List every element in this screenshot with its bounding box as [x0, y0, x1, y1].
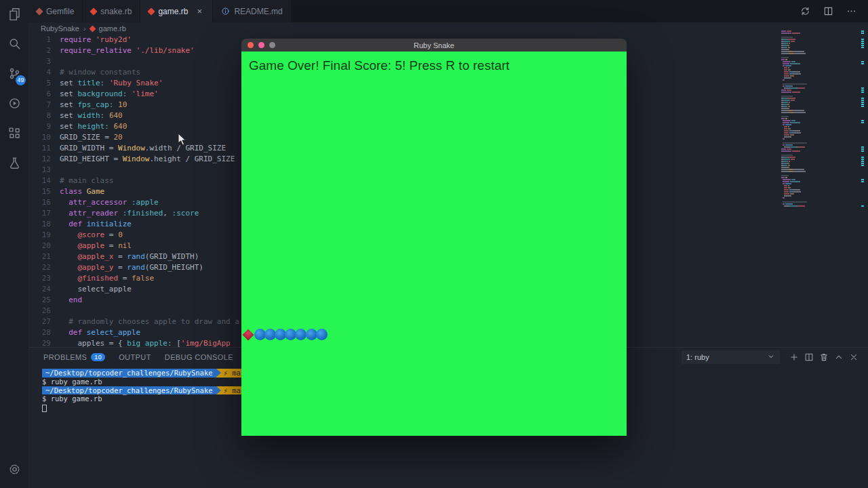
snake-segment	[295, 329, 307, 340]
tab-Gemfile[interactable]: Gemfile	[28, 0, 83, 22]
tab-game.rb[interactable]: game.rb×	[140, 0, 213, 22]
gear-icon	[8, 463, 21, 479]
extensions-icon	[8, 127, 21, 142]
line-number: 15	[28, 186, 60, 197]
ruby-file-icon	[89, 25, 96, 32]
sync-icon[interactable]	[797, 4, 812, 19]
line-number: 24	[28, 284, 60, 295]
minimap[interactable]	[781, 30, 812, 315]
line-number: 12	[28, 154, 60, 165]
line-number: 13	[28, 165, 60, 176]
line-number: 4	[28, 67, 60, 78]
activity-explorer-button[interactable]	[0, 0, 28, 30]
ruby-icon	[90, 7, 98, 15]
line-number: 16	[28, 197, 60, 208]
terminal-prompt-path: ~/Desktop/topcoder_challenges/RubySnake	[42, 369, 216, 378]
activity-bar-bottom	[0, 455, 28, 485]
line-number: 19	[28, 230, 60, 241]
line-number: 11	[28, 143, 60, 154]
tab-label: Gemfile	[46, 7, 74, 16]
snake-segment	[254, 329, 266, 340]
line-number: 1	[28, 35, 60, 45]
game-window-titlebar[interactable]: Ruby Snake	[241, 39, 627, 52]
activity-bar-items: 49	[0, 0, 28, 179]
tab-README.md[interactable]: README.md	[213, 0, 291, 22]
traffic-lights	[248, 42, 275, 48]
tab-bar: Gemfilesnake.rbgame.rb×README.md	[28, 0, 868, 22]
beaker-icon	[8, 157, 21, 172]
line-number: 27	[28, 317, 60, 327]
game-window: Ruby Snake Game Over! Final Score: 5! Pr…	[241, 39, 627, 436]
activity-settings-button[interactable]	[0, 455, 28, 485]
plus-icon[interactable]	[787, 350, 802, 365]
line-number: 2	[28, 45, 60, 56]
line-number: 29	[28, 338, 60, 347]
tab-snake.rb[interactable]: snake.rb	[83, 0, 140, 22]
line-number: 7	[28, 100, 60, 110]
activity-bar: 49	[0, 0, 28, 488]
apple-sprite	[243, 329, 254, 341]
line-number: 28	[28, 327, 60, 338]
vscode-window: 49 Gemfilesnake.rbgame.rb×README.md Ruby…	[0, 0, 868, 488]
window-close-button[interactable]	[248, 42, 254, 48]
debug-icon	[8, 97, 21, 113]
trash-icon[interactable]	[816, 350, 831, 365]
terminal-select[interactable]: 1: ruby	[682, 350, 780, 364]
snake-segment	[306, 329, 317, 340]
line-number: 3	[28, 56, 60, 67]
split-terminal-icon[interactable]	[802, 350, 816, 365]
close-icon[interactable]: ×	[195, 6, 204, 16]
snake-segment	[316, 329, 328, 340]
info-icon	[221, 7, 230, 16]
search-icon	[8, 37, 21, 53]
game-over-message: Game Over! Final Score: 5! Press R to re…	[249, 58, 509, 73]
tab-bar-actions	[797, 0, 868, 22]
line-number: 10	[28, 132, 60, 143]
activity-testing-button[interactable]	[0, 149, 28, 179]
activity-source-control-button[interactable]: 49	[0, 60, 28, 89]
line-number: 5	[28, 78, 60, 89]
line-number: 21	[28, 251, 60, 262]
terminal-command: $ ruby game.rb	[42, 394, 102, 403]
breadcrumb-file[interactable]: game.rb	[99, 24, 126, 33]
panel-actions: 1: ruby	[682, 350, 861, 365]
panel-tab-output[interactable]: OUTPUT	[119, 353, 151, 361]
line-number: 20	[28, 241, 60, 251]
window-minimize-button[interactable]	[258, 42, 264, 48]
mouse-cursor	[178, 133, 187, 146]
gem-icon	[35, 7, 43, 15]
tab-label: snake.rb	[100, 7, 132, 16]
activity-extensions-button[interactable]	[0, 119, 28, 149]
chevron-down-icon	[767, 352, 775, 362]
panel-tab-problems[interactable]: PROBLEMS10	[43, 353, 105, 361]
panel-tab-debug-console[interactable]: DEBUG CONSOLE	[165, 353, 233, 361]
terminal-prompt-path: ~/Desktop/topcoder_challenges/RubySnake	[42, 386, 216, 395]
breadcrumb-separator-icon: ›	[83, 24, 86, 33]
window-zoom-button[interactable]	[269, 42, 275, 48]
overview-ruler	[861, 30, 864, 234]
activity-search-button[interactable]	[0, 30, 28, 60]
terminal-select-value: 1: ruby	[686, 353, 709, 361]
terminal-command: $ ruby game.rb	[42, 378, 102, 386]
line-number: 25	[28, 295, 60, 306]
game-window-title: Ruby Snake	[414, 41, 454, 49]
line-number: 8	[28, 110, 60, 121]
line-number: 9	[28, 121, 60, 132]
problems-badge: 10	[91, 353, 105, 361]
chevron-up-icon[interactable]	[831, 350, 846, 365]
activity-debug-button[interactable]	[0, 89, 28, 119]
split-editor-icon[interactable]	[821, 4, 835, 19]
line-number: 18	[28, 219, 60, 230]
line-number: 14	[28, 176, 60, 186]
more-icon[interactable]	[844, 4, 859, 19]
line-number: 6	[28, 89, 60, 100]
breadcrumb: RubySnake › game.rb	[28, 22, 868, 35]
terminal-cursor	[42, 405, 47, 412]
close-icon[interactable]	[846, 350, 861, 365]
game-canvas: Game Over! Final Score: 5! Press R to re…	[241, 52, 627, 436]
ruby-icon	[148, 7, 155, 15]
breadcrumb-project[interactable]: RubySnake	[41, 24, 79, 33]
tab-label: game.rb	[158, 7, 188, 16]
line-number: 22	[28, 262, 60, 273]
line-number: 17	[28, 208, 60, 219]
